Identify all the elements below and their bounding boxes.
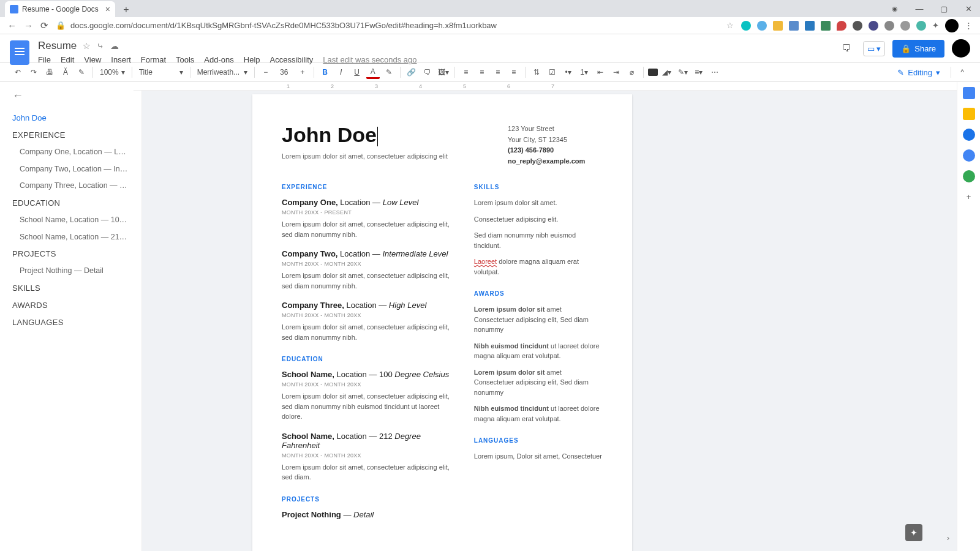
- outline-item[interactable]: School Name, Location — 100 D...: [12, 212, 129, 229]
- menu-format[interactable]: Format: [141, 55, 166, 64]
- border-style-icon[interactable]: ≡▾: [692, 66, 706, 79]
- share-button[interactable]: 🔒Share: [892, 40, 944, 58]
- print-icon[interactable]: 🖶: [43, 66, 56, 79]
- calendar-icon[interactable]: [963, 87, 975, 99]
- increase-font-icon[interactable]: +: [296, 66, 309, 79]
- maximize-icon[interactable]: ▢: [932, 0, 956, 17]
- underline-icon[interactable]: U: [350, 66, 364, 79]
- menu-tools[interactable]: Tools: [176, 55, 194, 64]
- bold-icon[interactable]: B: [318, 66, 332, 79]
- award-item[interactable]: Lorem ipsum dolor sit amet Consectetuer …: [474, 304, 603, 335]
- document-page[interactable]: ⋮ John Doe Lorem ipsum dolor sit amet, c…: [252, 94, 632, 551]
- number-list-icon[interactable]: 1▾: [578, 66, 591, 79]
- award-item[interactable]: Lorem ipsum dolor sit amet Consectetuer …: [474, 367, 603, 398]
- languages-text[interactable]: Lorem ipsum, Dolor sit amet, Consectetue…: [474, 451, 603, 462]
- highlight-icon[interactable]: ✎: [382, 66, 396, 79]
- award-item[interactable]: Nibh euismod tincidunt ut laoreet dolore…: [474, 403, 603, 424]
- job-entry[interactable]: Company Three, Location — High LevelMONT…: [282, 301, 456, 342]
- section-languages[interactable]: LANGUAGES: [474, 437, 603, 444]
- decrease-font-icon[interactable]: −: [259, 66, 273, 79]
- border-color-icon[interactable]: ◢▾: [660, 66, 674, 79]
- align-center-icon[interactable]: ≡: [475, 66, 489, 79]
- profile-icon[interactable]: [945, 19, 959, 32]
- browser-tab[interactable]: Resume - Google Docs ×: [5, 1, 115, 17]
- outline-title[interactable]: John Doe: [12, 110, 129, 127]
- align-justify-icon[interactable]: ≡: [507, 66, 521, 79]
- ext-icon[interactable]: [789, 21, 799, 31]
- text-color-icon[interactable]: A: [366, 66, 380, 79]
- ext-icon[interactable]: [900, 21, 910, 31]
- last-edit-link[interactable]: Last edit was seconds ago: [323, 55, 417, 64]
- ext-icon[interactable]: [741, 21, 751, 31]
- paint-format-icon[interactable]: ✎: [75, 66, 88, 79]
- new-tab-button[interactable]: +: [119, 2, 134, 17]
- job-entry[interactable]: Company Two, Location — Intermediate Lev…: [282, 249, 456, 291]
- indent-more-icon[interactable]: ⇥: [609, 66, 623, 79]
- border-width-icon[interactable]: ✎▾: [676, 66, 690, 79]
- ext-icon[interactable]: [884, 21, 894, 31]
- line-spacing-icon[interactable]: ⇅: [530, 66, 543, 79]
- ext-icon[interactable]: [773, 21, 783, 31]
- section-skills[interactable]: SKILLS: [474, 184, 603, 190]
- ext-icon[interactable]: [757, 21, 767, 31]
- account-avatar[interactable]: [952, 39, 970, 58]
- outline-item[interactable]: PROJECTS: [12, 246, 129, 263]
- comment-icon[interactable]: 🗨: [421, 66, 434, 79]
- outline-item[interactable]: LANGUAGES: [12, 314, 129, 331]
- outline-item[interactable]: Project Nothing — Detail: [12, 263, 129, 280]
- menu-addons[interactable]: Add-ons: [204, 55, 233, 64]
- italic-icon[interactable]: I: [334, 66, 348, 79]
- outline-item[interactable]: Company Three, Location — Hig...: [12, 178, 129, 195]
- side-panel-toggle-icon[interactable]: ›: [947, 533, 949, 542]
- star-icon[interactable]: ☆: [726, 21, 734, 30]
- add-addon-icon[interactable]: +: [963, 191, 975, 203]
- maps-icon[interactable]: [963, 170, 975, 182]
- job-entry[interactable]: Company One, Location — Low LevelMONTH 2…: [282, 198, 456, 239]
- back-icon[interactable]: ←: [7, 20, 17, 31]
- menu-view[interactable]: View: [84, 55, 101, 64]
- award-item[interactable]: Nibh euismod tincidunt ut laoreet dolore…: [474, 341, 603, 361]
- skill-item[interactable]: Sed diam nonummy nibh euismod tincidunt.: [474, 230, 603, 250]
- outline-item[interactable]: EDUCATION: [12, 195, 129, 212]
- star-icon[interactable]: ☆: [83, 41, 91, 51]
- editing-mode-button[interactable]: ✎Editing ▾: [891, 68, 946, 77]
- ext-icon[interactable]: [837, 21, 846, 31]
- checklist-icon[interactable]: ☑: [546, 66, 559, 79]
- zoom-select[interactable]: 100% ▾: [97, 66, 127, 79]
- minimize-icon[interactable]: —: [908, 0, 931, 17]
- clear-format-icon[interactable]: ⌀: [625, 66, 639, 79]
- image-icon[interactable]: 🖼▾: [437, 66, 450, 79]
- font-select[interactable]: Merriweath...▾: [195, 66, 250, 79]
- browser-account-icon[interactable]: ◉: [883, 0, 907, 17]
- docs-logo-icon[interactable]: [10, 40, 29, 65]
- document-title[interactable]: Resume: [38, 40, 77, 52]
- menu-insert[interactable]: Insert: [111, 55, 131, 64]
- collapse-toolbar-icon[interactable]: ^: [956, 66, 969, 79]
- reload-icon[interactable]: ⟳: [40, 20, 48, 31]
- forward-icon[interactable]: →: [24, 20, 33, 31]
- cloud-icon[interactable]: ☁: [110, 41, 119, 51]
- move-icon[interactable]: ⤷: [97, 41, 104, 51]
- font-size-input[interactable]: 36: [275, 68, 293, 77]
- explore-button[interactable]: ✦: [905, 524, 922, 541]
- skill-item[interactable]: Consectetuer adipiscing elit.: [474, 214, 603, 225]
- menu-edit[interactable]: Edit: [61, 55, 74, 64]
- page-scroll[interactable]: ⋮ John Doe Lorem ipsum dolor sit amet, c…: [134, 91, 957, 551]
- section-awards[interactable]: AWARDS: [474, 290, 603, 297]
- resume-tagline[interactable]: Lorem ipsum dolor sit amet, consectetuer…: [282, 152, 489, 160]
- menu-help[interactable]: Help: [244, 55, 260, 64]
- ext-icon[interactable]: [853, 21, 862, 31]
- job-entry[interactable]: School Name, Location — 100 Degree Celsi…: [282, 370, 456, 422]
- comments-icon[interactable]: 🗨: [837, 39, 856, 58]
- outline-item[interactable]: EXPERIENCE: [12, 127, 129, 144]
- redo-icon[interactable]: ↷: [27, 66, 40, 79]
- horizontal-ruler[interactable]: 1234567: [134, 82, 957, 91]
- close-window-icon[interactable]: ✕: [957, 0, 980, 17]
- align-left-icon[interactable]: ≡: [459, 66, 473, 79]
- outline-item[interactable]: AWARDS: [12, 297, 129, 314]
- outline-item[interactable]: Company One, Location — Low ...: [12, 144, 129, 161]
- bullet-list-icon[interactable]: •▾: [562, 66, 575, 79]
- job-entry[interactable]: School Name, Location — 212 Degree Fahre…: [282, 432, 456, 482]
- close-tab-icon[interactable]: ×: [105, 4, 110, 14]
- keep-icon[interactable]: [963, 108, 975, 120]
